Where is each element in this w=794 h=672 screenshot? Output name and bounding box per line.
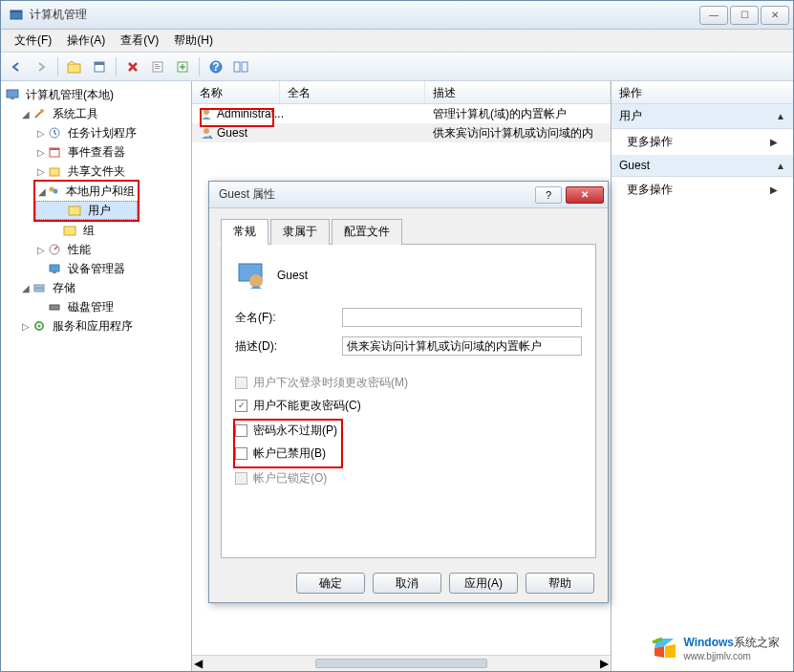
- actions-header: 操作: [612, 81, 793, 104]
- close-window-button[interactable]: ✕: [761, 6, 789, 25]
- scroll-thumb[interactable]: [315, 659, 487, 668]
- expand-icon[interactable]: ▷: [35, 245, 47, 255]
- list-row-guest[interactable]: Guest 供来宾访问计算机或访问域的内: [192, 123, 611, 142]
- svg-rect-15: [11, 98, 14, 99]
- expand-icon[interactable]: ▷: [20, 321, 32, 332]
- fullname-input[interactable]: [342, 308, 582, 327]
- tree-disk-management[interactable]: 磁盘管理: [3, 297, 189, 316]
- svg-rect-20: [50, 168, 59, 176]
- action-more-1[interactable]: 更多操作 ▶: [612, 129, 793, 155]
- tree-task-scheduler[interactable]: ▷ 任务计划程序: [3, 123, 189, 142]
- ok-button[interactable]: 确定: [296, 573, 365, 594]
- expand-icon[interactable]: ▷: [35, 147, 47, 158]
- services-icon: [32, 318, 47, 334]
- checkbox-icon[interactable]: [235, 424, 247, 437]
- checkbox-never-expires[interactable]: 密码永不过期(P): [235, 421, 337, 440]
- tree-systools[interactable]: ◢ 系统工具: [3, 104, 189, 123]
- col-fullname[interactable]: 全名: [280, 81, 425, 103]
- svg-rect-27: [53, 271, 56, 273]
- svg-rect-23: [69, 206, 80, 215]
- tab-profile[interactable]: 配置文件: [332, 219, 402, 245]
- titlebar: 计算机管理 — ☐ ✕: [1, 1, 793, 30]
- expand-icon[interactable]: ▷: [35, 128, 47, 139]
- action-section-guest[interactable]: Guest ▲: [612, 155, 793, 177]
- minimize-button[interactable]: —: [699, 6, 728, 25]
- back-button[interactable]: [5, 55, 28, 78]
- list-row-administrator[interactable]: Administrat... 管理计算机(域)的内置帐户: [192, 104, 611, 123]
- description-input[interactable]: [342, 336, 582, 356]
- dialog-buttons: 确定 取消 应用(A) 帮助: [209, 564, 608, 602]
- tree-device-manager[interactable]: 设备管理器: [3, 259, 189, 278]
- horizontal-scrollbar[interactable]: ◀ ▶: [192, 655, 611, 671]
- list-header: 名称 全名 描述: [192, 81, 611, 104]
- tile-button[interactable]: [229, 55, 252, 78]
- menu-view[interactable]: 查看(V): [113, 29, 166, 53]
- tree-shared-folders[interactable]: ▷ 共享文件夹: [3, 162, 189, 181]
- chevron-up-icon: ▲: [776, 161, 785, 171]
- menu-action[interactable]: 操作(A): [59, 29, 113, 53]
- actions-panel: 操作 用户 ▲ 更多操作 ▶ Guest ▲ 更多操作 ▶: [612, 81, 793, 671]
- col-desc[interactable]: 描述: [425, 81, 611, 103]
- menu-file[interactable]: 文件(F): [7, 29, 59, 53]
- dialog-body: 常规 隶属于 配置文件 Guest 全名(F): 描述(D):: [209, 208, 608, 564]
- app-icon: [9, 8, 24, 23]
- maximize-button[interactable]: ☐: [730, 6, 759, 25]
- svg-rect-14: [7, 90, 18, 98]
- chevron-right-icon: ▶: [770, 184, 778, 195]
- tab-memberof[interactable]: 隶属于: [270, 219, 330, 245]
- disk-icon: [47, 299, 62, 314]
- svg-rect-30: [50, 305, 59, 310]
- svg-rect-26: [50, 265, 59, 271]
- delete-button[interactable]: [121, 55, 144, 78]
- forward-button[interactable]: [30, 55, 53, 78]
- svg-rect-7: [155, 66, 161, 67]
- tree-services-apps[interactable]: ▷ 服务和应用程序: [3, 316, 189, 336]
- cancel-button[interactable]: 取消: [373, 573, 441, 594]
- checkbox-cannot-change[interactable]: 用户不能更改密码(C): [235, 396, 582, 415]
- action-section-users[interactable]: 用户 ▲: [612, 104, 793, 129]
- tools-icon: [32, 106, 47, 121]
- checkbox-disabled[interactable]: 帐户已禁用(B): [235, 444, 337, 463]
- properties-button[interactable]: [88, 55, 111, 78]
- checkbox-checked-icon[interactable]: [235, 400, 247, 412]
- expand-icon[interactable]: ▷: [35, 166, 47, 177]
- svg-rect-24: [64, 227, 75, 235]
- svg-rect-12: [234, 62, 240, 72]
- tree-local-users-groups[interactable]: ◢ 本地用户和组: [35, 182, 138, 201]
- help-dialog-button[interactable]: 帮助: [526, 573, 594, 594]
- tab-general[interactable]: 常规: [221, 219, 268, 245]
- guest-user-icon: [200, 126, 213, 140]
- collapse-icon[interactable]: ◢: [20, 109, 32, 119]
- apply-button[interactable]: 应用(A): [449, 573, 518, 594]
- svg-rect-4: [95, 62, 104, 65]
- collapse-icon[interactable]: ◢: [20, 283, 32, 293]
- folder-icon: [67, 203, 82, 218]
- tree-storage[interactable]: ◢ 存储: [3, 278, 189, 297]
- refresh-button[interactable]: [146, 55, 169, 78]
- separator: [57, 57, 58, 76]
- export-button[interactable]: [171, 55, 194, 78]
- action-more-2[interactable]: 更多操作 ▶: [612, 177, 793, 203]
- help-button[interactable]: ?: [204, 55, 227, 78]
- separator: [116, 57, 117, 76]
- dialog-close-button[interactable]: ✕: [566, 186, 604, 204]
- tree-performance[interactable]: ▷ 性能: [3, 240, 189, 259]
- toolbar: ?: [1, 53, 793, 81]
- svg-point-36: [249, 274, 263, 288]
- col-name[interactable]: 名称: [192, 81, 280, 103]
- up-button[interactable]: [63, 55, 86, 78]
- tree-root[interactable]: 计算机管理(本地): [3, 85, 189, 104]
- tree-users[interactable]: 用户: [35, 201, 138, 220]
- dialog-help-button[interactable]: ?: [535, 186, 562, 204]
- username-label: Guest: [277, 269, 308, 282]
- tree-groups[interactable]: 组: [3, 221, 189, 240]
- svg-point-22: [54, 189, 58, 194]
- svg-rect-13: [242, 62, 247, 72]
- tree-event-viewer[interactable]: ▷ 事件查看器: [3, 142, 189, 162]
- menu-help[interactable]: 帮助(H): [166, 29, 221, 53]
- checkbox-locked: 帐户已锁定(O): [235, 468, 582, 488]
- checkbox-icon[interactable]: [235, 447, 247, 460]
- collapse-icon[interactable]: ◢: [37, 186, 47, 197]
- device-icon: [47, 261, 62, 276]
- svg-point-34: [204, 128, 209, 134]
